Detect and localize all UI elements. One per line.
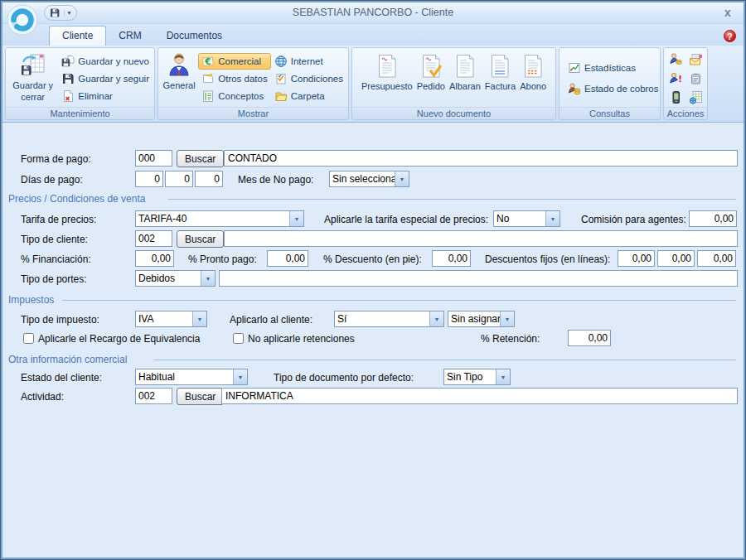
descuentos-fijos-label: Descuentos fijos (en líneas): — [485, 251, 610, 268]
tab-cliente[interactable]: Cliente — [49, 26, 106, 46]
help-button[interactable]: ? — [724, 30, 736, 42]
forma-pago-description-field[interactable]: CONTADO — [224, 150, 738, 167]
ribbon: Guardar y cerrar — [2, 46, 744, 123]
tab-crm[interactable]: CRM — [106, 27, 153, 46]
sin-asignar-select[interactable]: Sin asignar — [448, 311, 515, 327]
mes-no-pago-select[interactable]: Sin seleccionar — [329, 171, 409, 187]
comercial-button[interactable]: € Comercial — [198, 53, 270, 70]
client-alert-button[interactable]: ! — [666, 69, 685, 88]
buscar-forma-pago-button[interactable]: Buscar — [177, 150, 224, 167]
descuento-fijo-1-input[interactable] — [618, 250, 655, 267]
notes-button[interactable] — [685, 69, 705, 88]
carpeta-button[interactable]: Carpeta — [271, 88, 346, 104]
estado-cobros-button[interactable]: Estado de cobros — [564, 80, 658, 97]
estado-cliente-label: Estado del cliente: — [21, 369, 102, 386]
tarifa-precios-value: TARIFA-40 — [136, 211, 289, 226]
titlebar: ▼ SEBASTIAN PANCORBO - Cliente x — [2, 2, 744, 24]
descuento-fijo-2-input[interactable] — [657, 250, 695, 267]
save-new-button[interactable]: Guardar y nuevo — [58, 53, 153, 70]
forma-pago-code-input[interactable] — [135, 150, 172, 167]
close-button[interactable]: x — [720, 5, 735, 20]
client-alert-icon: ! — [669, 71, 683, 85]
stats-chart-icon — [568, 61, 581, 75]
presupuesto-button[interactable]: Presupuesto — [360, 50, 414, 107]
save-new-icon — [61, 55, 75, 68]
tipo-cliente-label: Tipo de cliente: — [21, 231, 88, 248]
tipo-documento-label: Tipo de documento por defecto: — [274, 369, 414, 386]
conceptos-button[interactable]: Conceptos — [198, 88, 270, 104]
tipo-cliente-description-field[interactable] — [224, 230, 738, 247]
ribbon-group-nuevo-documento: Presupuesto Pedido — [351, 47, 556, 120]
save-close-button[interactable]: Guardar y cerrar — [7, 50, 58, 107]
tipo-impuesto-select[interactable]: IVA — [135, 311, 207, 327]
mes-no-pago-label: Mes de No pago: — [238, 171, 313, 188]
buscar-tipo-cliente-button[interactable]: Buscar — [177, 230, 224, 248]
tarifa-precios-select[interactable]: TARIFA-40 — [135, 210, 304, 227]
estado-cliente-value: Habitual — [136, 369, 233, 384]
save-continue-button[interactable]: Guardar y seguir — [58, 70, 153, 87]
descuento-fijo-3-input[interactable] — [697, 250, 736, 267]
group-label-consultas: Consultas — [560, 107, 660, 119]
aplicarlo-cliente-select[interactable]: Sí — [334, 311, 444, 327]
albaran-button[interactable]: Albaran — [448, 50, 482, 107]
chevron-down-icon — [201, 271, 215, 286]
retencion-input[interactable] — [568, 330, 611, 346]
dias-pago-2-input[interactable] — [165, 171, 193, 187]
ribbon-group-consultas: Estadísticas Estado de cobros Consultas — [559, 47, 661, 120]
conceptos-label: Conceptos — [218, 91, 264, 101]
internet-button[interactable]: Internet — [271, 53, 346, 70]
estadisticas-button[interactable]: Estadísticas — [564, 60, 658, 76]
abono-button[interactable]: Abono — [518, 50, 548, 107]
mobile-button[interactable] — [666, 88, 685, 107]
financiacion-input[interactable] — [135, 250, 174, 267]
dias-pago-3-input[interactable] — [195, 171, 223, 187]
factura-button[interactable]: Factura — [483, 50, 517, 107]
pedido-button[interactable]: Pedido — [415, 50, 447, 107]
delete-icon — [61, 89, 75, 103]
tipo-portes-select[interactable]: Debidos — [135, 270, 216, 287]
chevron-down-icon — [429, 311, 443, 326]
no-retenciones-checkbox[interactable] — [233, 333, 244, 344]
no-retenciones-label: No aplicarle retenciones — [248, 331, 355, 347]
tipo-impuesto-label: Tipo de impuesto: — [21, 311, 99, 328]
tipo-portes-detail-field[interactable] — [219, 270, 738, 287]
delete-button[interactable]: Eliminar — [58, 88, 153, 104]
person-coins-icon — [568, 82, 581, 95]
condiciones-button[interactable]: Condiciones — [271, 70, 346, 87]
app-orb-button[interactable] — [7, 4, 38, 36]
tab-documentos[interactable]: Documentos — [154, 27, 235, 46]
otros-datos-button[interactable]: Otros datos — [198, 70, 270, 87]
comision-agentes-input[interactable] — [689, 210, 737, 227]
dias-pago-1-input[interactable] — [135, 171, 163, 187]
comercial-label: Comercial — [218, 56, 261, 66]
otros-datos-label: Otros datos — [218, 74, 267, 84]
recargo-equivalencia-label: Aplicarle el Recargo de Equivalencia — [38, 331, 200, 347]
tipo-cliente-code-input[interactable] — [135, 230, 172, 247]
descuento-pie-input[interactable] — [432, 250, 471, 267]
send-email-button[interactable] — [685, 50, 705, 69]
export-web-button[interactable] — [685, 88, 705, 107]
condiciones-label: Condiciones — [291, 74, 343, 84]
tipo-documento-select[interactable]: Sin Tipo — [443, 369, 511, 385]
euro-icon: € — [201, 55, 215, 68]
pronto-pago-label: % Pronto pago: — [188, 251, 257, 268]
group-label-mantenimiento: Mantenimiento — [6, 107, 154, 119]
buscar-actividad-button[interactable]: Buscar — [177, 388, 224, 405]
actividad-code-input[interactable] — [135, 388, 172, 404]
save-continue-label: Guardar y seguir — [78, 74, 149, 84]
globe-icon — [274, 55, 288, 68]
descuento-pie-label: % Descuento (en pie): — [323, 251, 422, 268]
save-close-icon — [20, 52, 46, 79]
client-credit-button[interactable] — [666, 50, 685, 69]
pronto-pago-input[interactable] — [267, 250, 308, 267]
recargo-equivalencia-checkbox[interactable] — [23, 333, 34, 344]
factura-document-icon — [487, 53, 513, 80]
estado-cliente-select[interactable]: Habitual — [135, 369, 248, 385]
tarifa-especial-select[interactable]: No — [493, 210, 560, 227]
presupuesto-label: Presupuesto — [361, 81, 413, 91]
folder-icon — [274, 89, 288, 103]
actividad-description-field[interactable]: INFORMATICA — [221, 388, 738, 404]
client-credit-icon — [669, 52, 683, 66]
comision-agentes-label: Comisión para agentes: — [581, 211, 686, 228]
general-button[interactable]: General — [160, 50, 198, 107]
